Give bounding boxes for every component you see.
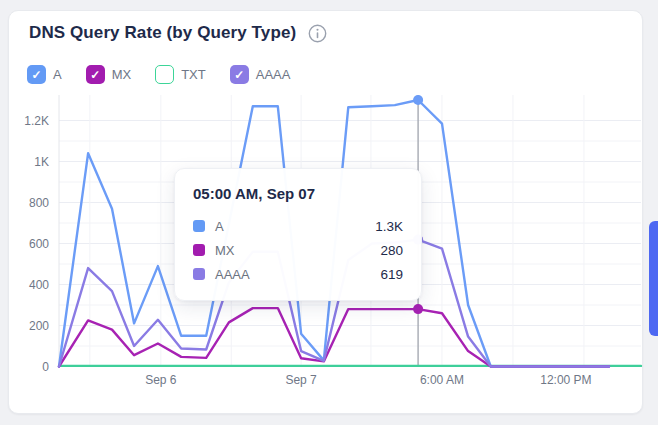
tooltip-series-value: 1.3K	[375, 219, 403, 234]
tooltip-series-value: 280	[380, 243, 403, 258]
info-circle-icon[interactable]	[308, 24, 327, 43]
scrollbar-thumb[interactable]	[649, 221, 658, 336]
tooltip-timestamp: 05:00 AM, Sep 07	[193, 185, 403, 202]
dns-query-rate-card: DNS Query Rate (by Query Type) ✓A✓MXTXT✓…	[8, 10, 643, 414]
x-tick-label: 6:00 AM	[420, 373, 464, 387]
legend-item-aaaa[interactable]: ✓AAAA	[230, 65, 291, 84]
page-title: DNS Query Rate (by Query Type)	[29, 23, 296, 43]
tooltip-row-aaaa: AAAA619	[193, 262, 403, 286]
query-type-legend: ✓A✓MXTXT✓AAAA	[27, 65, 290, 84]
y-tick-label: 800	[29, 196, 49, 210]
series-swatch	[193, 244, 205, 256]
y-tick-label: 1.2K	[24, 114, 49, 128]
legend-item-mx[interactable]: ✓MX	[86, 65, 132, 84]
legend-label: MX	[112, 67, 132, 82]
tooltip-series-value: 619	[380, 267, 403, 282]
tooltip-series-label: AAAA	[215, 267, 250, 282]
legend-label: A	[53, 67, 62, 82]
series-swatch	[193, 268, 205, 280]
x-tick-label: 12:00 PM	[540, 373, 591, 387]
highlight-dot-mx	[413, 304, 423, 314]
tooltip-row-a: A1.3K	[193, 214, 403, 238]
legend-item-txt[interactable]: TXT	[155, 65, 206, 84]
tooltip-row-mx: MX280	[193, 238, 403, 262]
x-tick-label: Sep 6	[145, 373, 177, 387]
legend-item-a[interactable]: ✓A	[27, 65, 62, 84]
legend-label: TXT	[181, 67, 206, 82]
y-tick-label: 400	[29, 278, 49, 292]
checkbox-a[interactable]: ✓	[27, 65, 46, 84]
y-tick-label: 200	[29, 319, 49, 333]
checkbox-mx[interactable]: ✓	[86, 65, 105, 84]
tooltip-series-label: MX	[215, 243, 235, 258]
tooltip-series-label: A	[215, 219, 224, 234]
y-tick-label: 600	[29, 237, 49, 251]
highlight-dot-a	[413, 95, 423, 105]
legend-label: AAAA	[256, 67, 291, 82]
x-tick-label: Sep 7	[285, 373, 317, 387]
series-swatch	[193, 220, 205, 232]
chart-tooltip: 05:00 AM, Sep 07 A1.3KMX280AAAA619	[174, 168, 422, 301]
checkbox-txt[interactable]	[155, 65, 174, 84]
checkbox-aaaa[interactable]: ✓	[230, 65, 249, 84]
card-header: DNS Query Rate (by Query Type)	[29, 23, 626, 43]
y-tick-label: 1K	[34, 155, 49, 169]
y-tick-label: 0	[42, 360, 49, 374]
